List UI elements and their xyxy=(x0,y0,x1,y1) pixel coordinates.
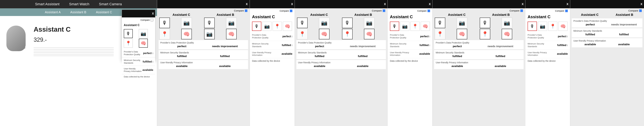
extra-prot-vals-5: perfect needs improvement xyxy=(574,23,641,26)
extra-loc-r-3: 📍 xyxy=(480,29,490,39)
extra-close-1[interactable]: X xyxy=(384,2,386,6)
extra-prot-value-2: perfect xyxy=(420,35,429,38)
extra-compare-label-5: Compare xyxy=(628,9,638,12)
extra-close-2[interactable]: X xyxy=(429,2,431,6)
subnav-item-a[interactable]: Assistant A xyxy=(45,10,61,14)
extra-sec-label-4: Minimum Security Standards xyxy=(528,42,548,48)
extra-info-icon-2b: ℹ xyxy=(429,44,430,46)
nav-item-smart-watch[interactable]: Smart Watch xyxy=(69,2,89,6)
mid-icon-col-b: 🎙 📷 📷 🧠 xyxy=(204,17,248,39)
extra-prot-val-wrap-4: perfect ℹ xyxy=(558,35,568,38)
extra-close-5[interactable]: X xyxy=(640,2,642,6)
info-icon-2: ℹ xyxy=(152,60,153,63)
extra-names-5: Assistant C Assistant B xyxy=(570,13,644,17)
extra-sec-val-wrap-4: fulfilled ℹ xyxy=(557,44,568,47)
extra-camera-4: 📷 xyxy=(538,22,547,31)
extra-sec-row-2: Minimum Security Standards fulfilled ℹ xyxy=(388,41,432,50)
popup-close-button[interactable]: X xyxy=(152,12,154,15)
extra-priv-lbl-5: User-friendly Privacy Information xyxy=(574,39,641,42)
mid-privacy-values: available available xyxy=(160,65,246,68)
mid-brain-b: 🧠 xyxy=(226,29,237,39)
product-price: 329.- xyxy=(34,36,114,43)
extra-checkbox-4[interactable] xyxy=(565,9,568,12)
extra-priv-block-3: User-friendly Privacy Information availa… xyxy=(434,60,524,69)
extra-compare-label-1: Compare xyxy=(372,9,382,12)
mid-security-values: fulfilled fulfilled xyxy=(160,55,246,58)
extra-compare-label-3: Compare xyxy=(510,9,520,12)
extra-priv-row-4: User-friendly Privacy Information availa… xyxy=(525,50,570,59)
extra-right-panel-2: X Compare Assistant C 🎙 📷 📍 🧠 Provider's… xyxy=(388,0,432,126)
far-right-compare-label: Compare xyxy=(280,9,289,12)
subnav-item-b[interactable]: Assistant B xyxy=(70,10,86,14)
extra-compare-label-4: Compare xyxy=(555,9,564,12)
far-security-row: Minimum Security Standards fulfilled ℹ xyxy=(250,41,294,50)
mid-compare-label: Compare xyxy=(234,9,244,12)
far-right-product-name: Assistant C xyxy=(250,13,294,20)
far-privacy-row: User-friendly Privacy Information availa… xyxy=(250,50,294,59)
far-right-icons: 🎙 📷 📍 🧠 xyxy=(250,20,294,32)
extra-close-3[interactable]: X xyxy=(522,2,524,6)
subnav-item-c[interactable]: Assistant C xyxy=(96,10,112,14)
far-right-close-button[interactable]: X xyxy=(291,2,293,6)
extra-privacy-label: User-friendly Privacy Information xyxy=(298,61,384,64)
extra-prot-row-4: Provider's Data Protection Quality perfe… xyxy=(525,32,570,41)
extra-prot-c: perfect xyxy=(298,45,341,48)
extra-name-b-5: Assistant B xyxy=(607,13,642,17)
extra-priv-vals-3: available available xyxy=(436,65,522,68)
extra-prot-label-4: Provider's Data Protection Quality xyxy=(528,34,548,39)
extra-header-4: X xyxy=(525,0,570,8)
extra-priv-label-2: User-friendly Privacy Information xyxy=(390,51,411,57)
mid-comparison-panel: X Compare Assistant C Assistant B 🎙 📷 📍 … xyxy=(157,0,250,126)
compare-label: Compare xyxy=(140,19,150,21)
far-privacy-label: User-friendly Privacy Information xyxy=(252,51,273,57)
nav-item-smart-assistant[interactable]: Smart Assistant xyxy=(35,2,60,6)
extra-names-1: Assistant C Assistant B xyxy=(295,13,388,17)
extra-mic-r-3: 🎙 xyxy=(480,17,490,28)
mid-privacy-val-c: available xyxy=(160,65,203,68)
extra-name-c-1: Assistant C xyxy=(297,13,341,17)
location-icon-cell: 📍 xyxy=(124,39,133,48)
extra-security-label: Minimum Security Standards xyxy=(298,51,384,54)
extra-icons-3: 🎙 📷 📍 🧠 🎙 📷 📍 🧠 xyxy=(432,17,525,39)
extra-mic-l: 🎙 xyxy=(297,17,308,28)
mid-protection-val-c: perfect xyxy=(160,45,203,48)
extra-prot-value-4: perfect xyxy=(558,35,566,38)
extra-checkbox-5[interactable] xyxy=(639,9,642,12)
extra-icons-row-4: 🎙 📷 📍 🧠 xyxy=(525,20,570,32)
extra-info-icon-4a: ℹ xyxy=(567,35,568,38)
extra-sec-label-2: Minimum Security Standards xyxy=(390,42,411,48)
extra-close-4[interactable]: X xyxy=(566,2,568,6)
mid-location-c: 📍 xyxy=(159,29,170,39)
extra-location-2: 📍 xyxy=(410,22,420,31)
extra-icon-col-r: 🎙 📷 📍 🧠 xyxy=(342,17,386,39)
extra-location-r: 📍 xyxy=(342,29,352,39)
extra-checkbox-1[interactable] xyxy=(383,9,385,12)
extra-priv-c-5: available xyxy=(574,43,607,46)
extra-loc-l-3: 📍 xyxy=(435,29,445,39)
mid-header: X xyxy=(157,0,250,8)
icon-grid: 🎙 📷 📍 🧠 xyxy=(122,28,155,49)
far-right-checkbox[interactable] xyxy=(290,9,292,12)
mid-compare-checkbox[interactable] xyxy=(245,9,248,12)
extra-checkbox-2[interactable] xyxy=(428,9,430,12)
mid-close-button[interactable]: X xyxy=(246,2,248,6)
extra-sec-c: fulfilled xyxy=(298,55,341,58)
far-protection-label: Provider's Data Protection Quality xyxy=(252,34,273,39)
mid-protection-block: Provider's Data Protection Quality perfe… xyxy=(159,40,248,49)
far-mic-icon: 🎙 xyxy=(252,22,261,31)
far-protection-row: Provider's Data Protection Quality perfe… xyxy=(250,32,294,41)
privacy-value: available xyxy=(142,69,153,71)
extra-checkbox-3[interactable] xyxy=(520,9,523,12)
extra-brain-r-3: 🧠 xyxy=(502,29,512,39)
far-security-label: Minimum Security Standards xyxy=(252,42,273,48)
next-arrow[interactable]: › xyxy=(24,45,26,50)
protection-quality-row: Provider's Data Protection Quality perfe… xyxy=(122,49,155,57)
extra-comp-panel-5: X Compare Assistant C Assistant B Provid… xyxy=(570,0,644,126)
extra-compare-2: Compare xyxy=(388,8,432,13)
far-location-icon: 📍 xyxy=(272,22,282,31)
extra-sec-lbl-3: Minimum Security Standards xyxy=(436,51,522,54)
nav-item-smart-camera[interactable]: Smart Camera xyxy=(99,2,122,6)
extra-priv-value-2: available xyxy=(419,52,430,55)
compare-checkbox[interactable] xyxy=(151,19,153,21)
privacy-label: User-friendly Privacy Information xyxy=(124,67,142,73)
